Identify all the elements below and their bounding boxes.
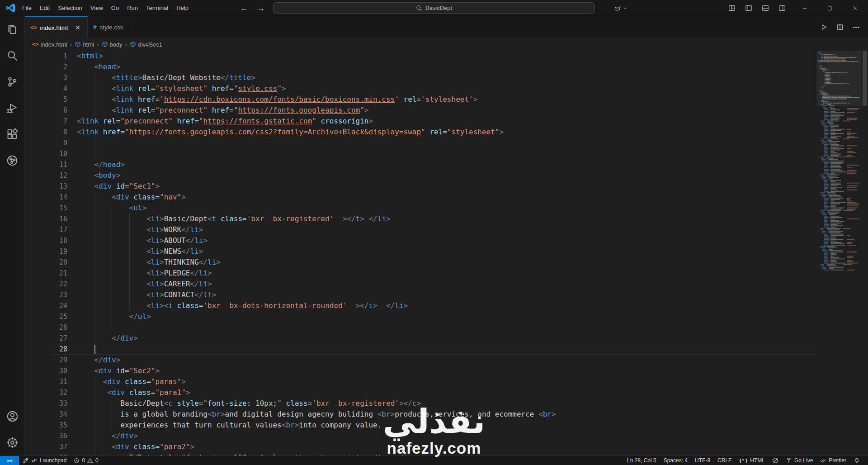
line-number[interactable]: 26 — [25, 322, 77, 333]
back-arrow-icon[interactable]: ← — [241, 5, 248, 12]
code-line-text[interactable]: <div id="Sec2"> — [77, 365, 868, 376]
status-prettier[interactable]: Prettier — [816, 456, 850, 465]
code-line-text[interactable]: </div> — [77, 355, 868, 365]
toggle-panel-icon[interactable] — [762, 5, 769, 12]
breadcrumb-item-body[interactable]: body — [102, 41, 123, 48]
line-number[interactable]: 20 — [25, 257, 77, 268]
toggle-secondary-sidebar-icon[interactable] — [778, 5, 786, 12]
line-number[interactable]: 7 — [25, 116, 77, 127]
line-number[interactable]: 4 — [25, 83, 77, 94]
line-number[interactable]: 3 — [25, 72, 77, 83]
customize-layout-icon[interactable] — [728, 5, 736, 12]
line-number[interactable]: 38 — [25, 452, 77, 456]
line-number[interactable]: 37 — [25, 441, 77, 452]
breadcrumb-item-html[interactable]: html — [75, 41, 94, 48]
code-line-text[interactable]: <li><i class='bxr bx-dots-horizontal-rou… — [77, 300, 868, 311]
code-line-text[interactable]: </ul> — [77, 311, 868, 322]
line-number[interactable]: 15 — [25, 203, 77, 214]
code-line-text[interactable]: <li>CONTACT</li> — [77, 289, 868, 300]
code-line-text[interactable]: <link rel="stylesheet" href="style.css"> — [77, 83, 868, 94]
code-line-text[interactable]: <ul> — [77, 203, 868, 214]
menu-terminal[interactable]: Terminal — [142, 0, 172, 16]
line-number[interactable]: 33 — [25, 398, 77, 409]
line-number[interactable]: 32 — [25, 387, 77, 398]
activitybar-explorer[interactable] — [0, 16, 25, 43]
code-line-text[interactable]: <title>Basic/Dept Website</title> — [77, 72, 868, 83]
line-number[interactable]: 8 — [25, 127, 77, 138]
minimize-button[interactable] — [792, 0, 817, 16]
code-line-text[interactable] — [77, 322, 868, 333]
status-cursor-position[interactable]: Ln 28, Col 5 — [623, 456, 660, 465]
code-line-text[interactable]: <div class="para1"> — [77, 387, 868, 398]
code-line-text[interactable]: </div> — [77, 431, 868, 441]
code-line-text[interactable]: <li>WORK</li> — [77, 224, 868, 235]
code-line-text[interactable]: <body> — [77, 170, 868, 181]
menu-go[interactable]: Go — [107, 0, 123, 16]
code-line-text[interactable] — [77, 344, 868, 355]
status-eol[interactable]: CRLF — [714, 456, 735, 465]
code-line-text[interactable]: <head> — [77, 62, 868, 72]
code-line-text[interactable]: <li>THINKING</li> — [77, 257, 868, 268]
activitybar-accounts[interactable] — [0, 403, 25, 429]
line-number[interactable]: 14 — [25, 192, 77, 203]
status-language-mode[interactable]: {ʶ}HTML — [735, 456, 769, 465]
code-editor[interactable]: 1<html>2 <head>3 <title>Basic/Dept Websi… — [25, 51, 868, 456]
code-line-text[interactable]: <link rel="preconnect" href="https://fon… — [77, 105, 868, 116]
tab-index.html[interactable]: <>index.html✕ — [25, 16, 88, 38]
command-center-search[interactable]: BasicDept — [273, 2, 595, 14]
line-number[interactable]: 2 — [25, 62, 77, 72]
menu-edit[interactable]: Edit — [36, 0, 54, 16]
close-tab-icon[interactable]: ✕ — [74, 24, 82, 32]
vscode-logo-icon[interactable] — [6, 3, 15, 13]
activitybar-settings[interactable] — [0, 429, 25, 456]
run-button[interactable] — [820, 24, 827, 31]
editor-scrollbar[interactable] — [862, 51, 868, 456]
line-number[interactable]: 5 — [25, 94, 77, 105]
line-number[interactable]: 16 — [25, 214, 77, 224]
split-editor-button[interactable] — [836, 24, 844, 31]
activitybar-remote-graph[interactable] — [0, 147, 25, 174]
menu-view[interactable]: View — [86, 0, 107, 16]
breadcrumb-item-indexhtml[interactable]: <>index.html — [32, 41, 67, 48]
menu-file[interactable]: File — [18, 0, 36, 16]
status-copilot-status[interactable] — [769, 456, 782, 465]
code-line-text[interactable]: <link href="https://fonts.googleapis.com… — [77, 127, 868, 138]
code-line-text[interactable]: <li>CAREER</li> — [77, 279, 868, 289]
line-number[interactable]: 25 — [25, 311, 77, 322]
code-line-text[interactable]: <li>Basic/Dept<t class='bxr bx-registere… — [77, 214, 868, 224]
code-line-text[interactable]: <li>ABOUT</li> — [77, 235, 868, 246]
code-line-text[interactable] — [77, 138, 868, 148]
line-number[interactable]: 36 — [25, 431, 77, 441]
code-line-text[interactable]: </head> — [77, 159, 868, 170]
code-line-text[interactable]: is a global branding<br>and digital desi… — [77, 409, 868, 420]
scrollbar-thumb[interactable] — [863, 51, 867, 106]
code-line-text[interactable]: B/D<t style="font-size: 160px;" class='b… — [77, 452, 868, 456]
line-number[interactable]: 34 — [25, 409, 77, 420]
more-actions-button[interactable]: ⋯ — [853, 24, 860, 31]
status-go-live[interactable]: Go Live — [782, 456, 816, 465]
code-line-text[interactable]: <link rel="preconnect" href="https://fon… — [77, 116, 868, 127]
line-number[interactable]: 24 — [25, 300, 77, 311]
minimap-slider[interactable] — [816, 51, 862, 106]
copilot-menu[interactable] — [614, 0, 627, 16]
status-notifications[interactable] — [850, 456, 863, 465]
code-line-text[interactable]: Basic/Dept<c style="font-size: 10px;" cl… — [77, 398, 868, 409]
line-number[interactable]: 19 — [25, 246, 77, 257]
line-number[interactable]: 17 — [25, 224, 77, 235]
line-number[interactable]: 22 — [25, 279, 77, 289]
forward-arrow-icon[interactable]: → — [257, 5, 265, 12]
breadcrumb-item-divSec1[interactable]: div#Sec1 — [130, 41, 162, 48]
line-number[interactable]: 13 — [25, 181, 77, 192]
line-number[interactable]: 29 — [25, 355, 77, 365]
restore-button[interactable] — [817, 0, 843, 16]
line-number[interactable]: 28 — [25, 344, 77, 355]
line-number[interactable]: 18 — [25, 235, 77, 246]
status-problems[interactable]: 00 — [70, 456, 102, 465]
menu-help[interactable]: Help — [172, 0, 193, 16]
line-number[interactable]: 23 — [25, 289, 77, 300]
code-line-text[interactable] — [77, 148, 868, 159]
line-number[interactable]: 12 — [25, 170, 77, 181]
code-line-text[interactable]: </div> — [77, 333, 868, 344]
line-number[interactable]: 30 — [25, 365, 77, 376]
tab-style.css[interactable]: #style.css — [88, 16, 129, 38]
